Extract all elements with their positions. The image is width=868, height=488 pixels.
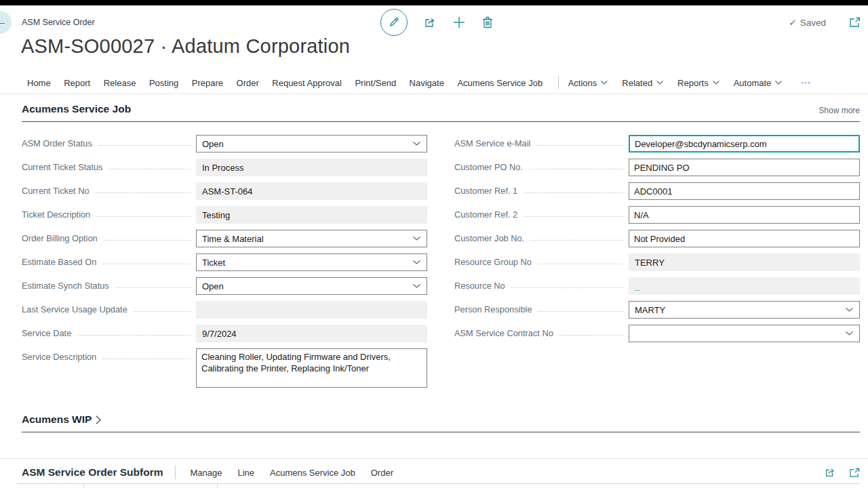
- show-more-link[interactable]: Show more: [818, 106, 860, 115]
- delete-button[interactable]: [481, 16, 494, 29]
- ribbon-item-order[interactable]: Order: [237, 78, 259, 88]
- subform-menu-acumens-service-job[interactable]: Acumens Service Job: [270, 468, 355, 478]
- popout-icon: [849, 17, 861, 28]
- ribbon-dropdown-related[interactable]: Related: [622, 78, 663, 88]
- customer-job-no-input[interactable]: [629, 230, 860, 247]
- dotted-leader: [538, 311, 623, 312]
- estimate-synch-status-select[interactable]: Open: [196, 277, 427, 295]
- asm-order-status-select[interactable]: Open: [196, 135, 427, 152]
- ribbon-item-print-send[interactable]: Print/Send: [355, 78, 396, 88]
- back-button[interactable]: —: [0, 11, 12, 34]
- field-label: ASM Service Contract No: [454, 328, 553, 340]
- field-label: Service Description: [22, 352, 96, 363]
- estimate-based-on-select[interactable]: Ticket: [196, 253, 427, 271]
- chevron-down-icon: [846, 331, 853, 336]
- field-service-description: Service Description Cleaning Roller, Upd…: [22, 348, 427, 388]
- dotted-leader: [98, 145, 191, 146]
- back-arrow-icon: —: [0, 17, 5, 28]
- dotted-leader: [96, 192, 191, 193]
- service-description-textarea[interactable]: Cleaning Roller, Updating Firmware and D…: [196, 348, 427, 388]
- dotted-leader: [115, 287, 191, 288]
- subform-popout-button[interactable]: [849, 468, 860, 478]
- subform-grid-column-divider: [83, 483, 84, 488]
- last-service-usage-update-value: [196, 301, 427, 319]
- ribbon-divider: [558, 76, 559, 89]
- ribbon-dropdown-actions[interactable]: Actions: [568, 78, 608, 88]
- field-label: Service Date: [22, 328, 71, 340]
- field-person-responsible: Person Responsible MARTY: [454, 301, 860, 319]
- ribbon-item-navigate[interactable]: Navigate: [410, 78, 444, 88]
- field-label: Current Ticket Status: [22, 162, 102, 174]
- ribbon-item-report[interactable]: Report: [64, 78, 90, 88]
- field-asm-service-email: ASM Service e-Mail: [454, 135, 860, 152]
- chevron-down-icon: [656, 81, 663, 85]
- customer-ref-1-input[interactable]: [629, 182, 860, 200]
- share-button[interactable]: [423, 16, 437, 29]
- subform-menu-order[interactable]: Order: [371, 468, 393, 478]
- dotted-leader: [104, 240, 191, 241]
- service-date-value: 9/7/2024: [196, 325, 427, 342]
- field-label: Person Responsible: [454, 304, 532, 316]
- resource-no-value: _: [629, 277, 860, 295]
- ribbon-item-prepare[interactable]: Prepare: [192, 78, 223, 88]
- ribbon-item-acumens-service-job[interactable]: Acumens Service Job: [457, 78, 542, 88]
- field-label: Estimate Based On: [22, 257, 96, 268]
- dotted-leader: [511, 287, 623, 288]
- field-label: Customer Ref. 1: [454, 186, 517, 197]
- person-responsible-select[interactable]: MARTY: [629, 301, 860, 319]
- resource-group-no-value: TERRY: [629, 253, 860, 271]
- ribbon-dropdown-automate[interactable]: Automate: [734, 78, 783, 88]
- field-customer-po-no: Customer PO No.: [454, 159, 860, 176]
- popout-icon: [849, 468, 860, 478]
- field-customer-ref-1: Customer Ref. 1: [454, 182, 860, 200]
- field-order-billing-option: Order Billing Option Time & Material: [22, 230, 427, 247]
- field-label: ASM Order Status: [22, 138, 92, 150]
- field-customer-ref-2: Customer Ref. 2: [454, 206, 860, 224]
- asm-service-contract-no-select[interactable]: [629, 325, 860, 342]
- service-job-fields: ASM Order Status Open Current Ticket Sta…: [22, 135, 860, 394]
- ribbon-more-button[interactable]: ⋯: [800, 77, 811, 89]
- chevron-down-icon: [413, 237, 420, 241]
- fields-right-column: ASM Service e-Mail Customer PO No. Custo…: [454, 135, 860, 394]
- ribbon-item-home[interactable]: Home: [27, 78, 51, 88]
- field-label: Order Billing Option: [22, 233, 98, 245]
- dotted-leader: [108, 169, 191, 169]
- customer-po-no-input[interactable]: [629, 159, 860, 176]
- ribbon-item-request-approval[interactable]: Request Approval: [272, 78, 342, 88]
- chevron-down-icon: [413, 260, 420, 264]
- trash-icon: [481, 16, 494, 29]
- new-button[interactable]: [452, 16, 466, 29]
- subform-section: ASM Service Order Subform Manage Line Ac…: [0, 458, 868, 485]
- dotted-leader: [536, 145, 623, 146]
- field-label: Customer PO No.: [454, 162, 523, 174]
- subform-grid-column-divider: [217, 483, 218, 488]
- asm-service-email-input[interactable]: [629, 135, 860, 152]
- subform-share-button[interactable]: [824, 466, 836, 479]
- dotted-leader: [77, 335, 191, 336]
- field-current-ticket-no: Current Ticket No ASM-ST-064: [22, 182, 427, 200]
- field-asm-order-status: ASM Order Status Open: [22, 135, 427, 152]
- field-resource-group-no: Resource Group No TERRY: [454, 253, 860, 271]
- ribbon-dropdown-reports[interactable]: Reports: [677, 78, 719, 88]
- order-billing-option-select[interactable]: Time & Material: [196, 230, 427, 247]
- subform-menu-line[interactable]: Line: [237, 468, 254, 478]
- ribbon-item-posting[interactable]: Posting: [149, 78, 178, 88]
- field-resource-no: Resource No _: [454, 277, 860, 295]
- subform-menu: Manage Line Acumens Service Job Order: [190, 468, 409, 478]
- breadcrumb[interactable]: ASM Service Order: [22, 18, 95, 27]
- field-label: Customer Ref. 2: [454, 209, 517, 221]
- field-current-ticket-status: Current Ticket Status In Process: [22, 159, 427, 176]
- dotted-leader: [134, 311, 191, 312]
- dotted-leader: [559, 335, 623, 336]
- field-estimate-synch-status: Estimate Synch Status Open: [22, 277, 427, 295]
- ribbon-item-release[interactable]: Release: [104, 78, 136, 88]
- open-in-new-window-button[interactable]: [849, 17, 861, 28]
- edit-button[interactable]: [380, 9, 408, 36]
- service-job-section-header: Acumens Service Job Show more: [22, 103, 860, 122]
- app-top-bar: [0, 0, 868, 5]
- wip-section-header[interactable]: Acumens WIP: [22, 413, 860, 432]
- ticket-description-value: Testing: [196, 206, 427, 224]
- customer-ref-2-input[interactable]: [629, 206, 860, 224]
- chevron-right-icon: [96, 415, 101, 424]
- subform-menu-manage[interactable]: Manage: [190, 468, 222, 478]
